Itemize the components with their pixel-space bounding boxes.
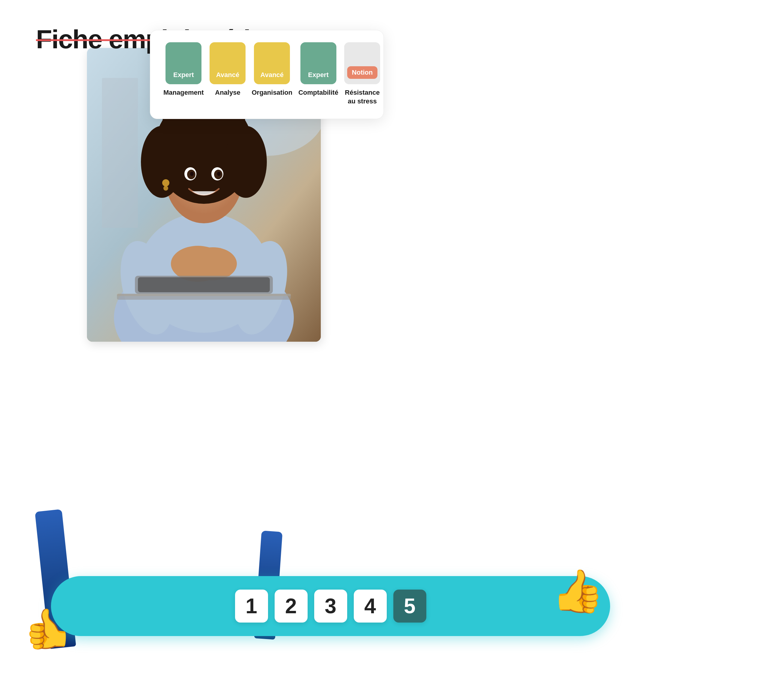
thumbs-right-icon: 👍 — [552, 570, 604, 612]
svg-rect-25 — [138, 277, 270, 292]
rating-number-4[interactable]: 4 — [354, 589, 387, 622]
skill-badge-comptabilite: Expert — [300, 42, 336, 84]
svg-rect-26 — [117, 294, 291, 300]
svg-point-20 — [217, 172, 221, 176]
skill-name-analyse: Analyse — [215, 89, 240, 97]
skill-name-comptabilite: Comptabilité — [298, 89, 338, 97]
skill-badge-resistance-bg: Notion — [344, 42, 380, 84]
svg-point-21 — [162, 179, 170, 187]
thumbs-left-icon: 👍 — [24, 609, 73, 648]
svg-point-22 — [163, 186, 168, 191]
skill-badge-organisation: Avancé — [254, 42, 290, 84]
skill-management: Expert Management — [163, 42, 204, 97]
thumbs-left-wrapper: 👍 — [24, 609, 73, 648]
skill-comptabilite: Expert Comptabilité — [298, 42, 338, 97]
skill-name-organisation: Organisation — [252, 89, 292, 97]
rating-number-3[interactable]: 3 — [314, 589, 347, 622]
svg-point-19 — [190, 172, 194, 176]
skill-resistance: Notion Résistance au stress — [344, 42, 380, 106]
skill-level-management: Expert — [173, 71, 194, 79]
rating-number-2[interactable]: 2 — [275, 589, 308, 622]
svg-point-12 — [141, 126, 183, 198]
skill-badge-management: Expert — [165, 42, 201, 84]
skill-badge-analyse: Avancé — [210, 42, 246, 84]
skill-name-management: Management — [163, 89, 204, 97]
skills-grid: Expert Management Avancé Analyse Avancé … — [163, 42, 370, 106]
skills-card: Expert Management Avancé Analyse Avancé … — [150, 30, 384, 119]
svg-rect-2 — [102, 78, 138, 228]
skill-level-analyse: Avancé — [216, 71, 239, 79]
rating-number-1[interactable]: 1 — [235, 589, 268, 622]
svg-point-8 — [189, 247, 237, 280]
rating-number-5[interactable]: 5 — [394, 589, 426, 622]
skill-level-resistance: Notion — [352, 68, 373, 76]
skill-analyse: Avancé Analyse — [210, 42, 246, 97]
svg-point-13 — [225, 126, 267, 198]
rating-band: 1 2 3 4 5 — [51, 576, 610, 636]
skill-badge-resistance: Notion — [347, 66, 378, 79]
thumbs-right-wrapper: 👍 — [552, 570, 604, 612]
skill-level-comptabilite: Expert — [308, 71, 328, 79]
skill-organisation: Avancé Organisation — [252, 42, 292, 97]
main-scene: Fiche emploi-métier — [0, 0, 784, 678]
skill-level-organisation: Avancé — [261, 71, 284, 79]
skill-name-resistance: Résistance au stress — [344, 89, 380, 106]
